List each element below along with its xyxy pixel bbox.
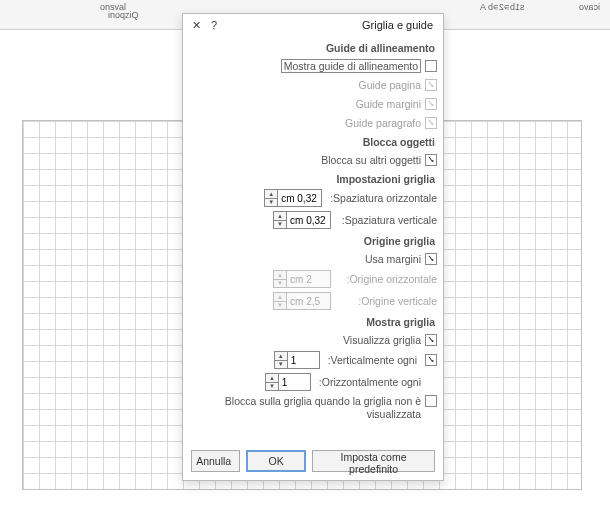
label-vertically-every: Verticalmente ogni: [328,354,417,366]
label-horizontal-spacing: Spaziatura orizzontale: [330,192,437,204]
label-show-alignment-guides: Mostra guide di allineamento [281,59,421,73]
cancel-button[interactable]: Annulla [191,450,240,472]
input-horizontally-every[interactable] [279,373,311,391]
section-grid-settings: Impostazioni griglia [189,173,437,185]
spinner-vertical-spacing[interactable]: ▲▼ [273,211,331,229]
ribbon-text: s1b∍2∍b A [480,2,525,12]
spin-up-icon: ▲ [274,293,286,302]
section-show-grid: Mostra griglia [189,316,437,328]
section-lock-objects: Blocca oggetti [189,136,437,148]
input-horizontal-origin [287,270,331,288]
spin-up-icon[interactable]: ▲ [274,212,286,221]
row-page-guides: Guide pagina [189,75,437,94]
spin-down-icon[interactable]: ▼ [275,361,287,369]
set-default-button[interactable]: Imposta come predefinito [312,450,435,472]
row-margin-guides: Guide margini [189,94,437,113]
input-vertical-spacing[interactable] [287,211,331,229]
row-lock-on-grid-not-visible: Blocca sulla griglia quando la griglia n… [189,395,437,420]
spin-down-icon[interactable]: ▼ [274,221,286,229]
row-horizontally-every: Orizzontalmente ogni: ▲▼ [189,371,437,393]
spin-down-icon[interactable]: ▼ [266,383,278,391]
label-vertical-spacing: Spaziatura verticale: [339,214,437,226]
checkbox-lock-on-other-objects[interactable] [425,154,437,166]
row-show-alignment-guides: Mostra guide di allineamento [189,56,437,75]
label-lock-on-grid-not-visible: Blocca sulla griglia quando la griglia n… [189,395,421,420]
label-margin-guides: Guide margini [356,98,421,110]
checkbox-lock-on-grid-not-visible[interactable] [425,395,437,407]
dialog-titlebar: Griglia e guide ? ✕ [183,14,443,36]
row-visualize-grid: Visualizza griglia [189,330,437,349]
row-use-margins: Usa margini [189,249,437,268]
label-paragraph-guides: Guide paragrafo [345,117,421,129]
input-horizontal-spacing[interactable] [278,189,322,207]
checkbox-show-alignment-guides[interactable] [425,60,437,72]
help-button[interactable]: ? [205,16,223,34]
label-horizontally-every: Orizzontalmente ogni: [319,376,437,388]
spin-up-icon[interactable]: ▲ [265,190,277,199]
ribbon-text: inoqziQ [108,10,139,20]
label-visualize-grid: Visualizza griglia [343,334,421,346]
row-horizontal-spacing: Spaziatura orizzontale: ▲▼ [189,187,437,209]
grid-and-guides-dialog: Griglia e guide ? ✕ Guide di allineament… [182,13,444,481]
section-grid-origin: Origine griglia [189,235,437,247]
section-alignment-guides: Guide di allineamento [189,42,437,54]
spin-up-icon[interactable]: ▲ [275,352,287,361]
input-vertically-every[interactable] [288,351,320,369]
spinner-horizontally-every[interactable]: ▲▼ [265,373,311,391]
spin-down-icon: ▼ [274,302,286,310]
checkbox-margin-guides [425,98,437,110]
checkbox-paragraph-guides [425,117,437,129]
spin-down-icon: ▼ [274,280,286,288]
ok-button[interactable]: OK [246,450,306,472]
spinner-vertical-origin: ▲▼ [273,292,331,310]
label-use-margins: Usa margini [365,253,421,265]
dialog-footer: Imposta come predefinito OK Annulla [183,442,443,480]
row-vertical-spacing: Spaziatura verticale: ▲▼ [189,209,437,231]
dialog-title: Griglia e guide [356,19,439,31]
input-vertical-origin [287,292,331,310]
spin-up-icon: ▲ [274,271,286,280]
row-paragraph-guides: Guide paragrafo [189,113,437,132]
checkbox-visualize-grid[interactable] [425,334,437,346]
spinner-vertically-every[interactable]: ▲▼ [274,351,320,369]
row-horizontal-origin: Origine orizzontale: ▲▼ [189,268,437,290]
spinner-horizontal-origin: ▲▼ [273,270,331,288]
checkbox-vertically-every[interactable] [425,354,437,366]
dialog-body: Guide di allineamento Mostra guide di al… [183,36,443,442]
label-lock-on-other-objects: Blocca su altri oggetti [321,154,421,166]
row-lock-on-other-objects: Blocca su altri oggetti [189,150,437,169]
row-vertically-every: Verticalmente ogni: ▲▼ [189,349,437,371]
spin-up-icon[interactable]: ▲ [266,374,278,383]
spin-down-icon[interactable]: ▼ [265,199,277,207]
label-vertical-origin: Origine verticale: [339,295,437,307]
label-horizontal-origin: Origine orizzontale: [339,273,437,285]
row-vertical-origin: Origine verticale: ▲▼ [189,290,437,312]
ribbon-text: icavo [579,2,600,12]
close-button[interactable]: ✕ [187,16,205,34]
checkbox-use-margins[interactable] [425,253,437,265]
checkbox-page-guides [425,79,437,91]
label-page-guides: Guide pagina [359,79,421,91]
spinner-horizontal-spacing[interactable]: ▲▼ [264,189,322,207]
